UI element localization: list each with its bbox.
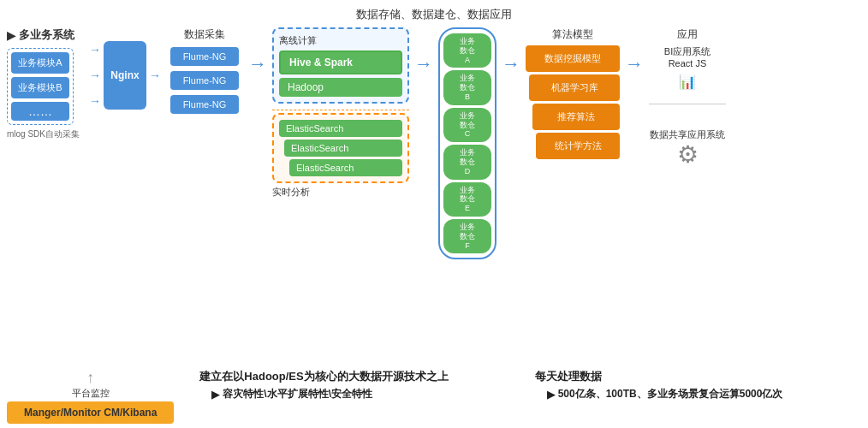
arrow-icon: ▶ — [7, 29, 15, 42]
col-warehouse: 业务数仓A 业务数仓B 业务数仓C 业务数仓D 业务数仓E 业务数仓F — [438, 27, 496, 259]
nginx-right-arrow: → — [149, 68, 161, 82]
hadoop-box: Hadoop — [279, 78, 402, 97]
algo-3: 推荐算法 — [532, 104, 620, 130]
app1-text: BI应用系统 React JS — [649, 45, 726, 70]
col-compute: 离线计算 Hive & Spark Hadoop ElasticSearch E… — [272, 27, 409, 202]
bottom-text-left: 建立在以Hadoop/ES为核心的大数据开源技术之上 ▶ 容灾特性\水平扩展特性… — [199, 369, 526, 401]
app2-text: 数据共享应用系统 — [649, 128, 726, 140]
bottom-sub-right: ▶ 500亿条、100TB、多业务场景复合运算5000亿次 — [535, 387, 861, 401]
wh-c: 业务数仓C — [443, 108, 491, 142]
warehouse-container: 业务数仓A 业务数仓B 业务数仓C 业务数仓D 业务数仓E 业务数仓F — [438, 27, 496, 259]
hive-spark-box: Hive & Spark — [279, 51, 402, 74]
offline-label: 离线计算 — [279, 34, 402, 47]
wh-a: 业务数仓A — [443, 33, 491, 68]
wh-b: 业务数仓B — [443, 70, 491, 104]
platform-label: 平台监控 — [72, 387, 110, 400]
mlog-label: mlog SDK自动采集 — [7, 128, 80, 140]
bar-chart-icon: 📊 — [679, 74, 696, 90]
realtime-label: 实时分析 — [272, 186, 409, 199]
es-box-3: ElasticSearch — [289, 159, 402, 176]
flume-1: Flume-NG — [170, 47, 239, 66]
up-arrow-icon: ↑ — [86, 369, 94, 387]
bottom-section: ↑ 平台监控 Manger/Monitor CM/Kibana 建立在以Hado… — [7, 369, 861, 424]
app-bottom: 数据共享应用系统 ⚙ — [649, 128, 726, 169]
bottom-text-right: 每天处理数据 ▶ 500亿条、100TB、多业务场景复合运算5000亿次 — [535, 369, 861, 401]
arrow3: → — [89, 94, 101, 108]
algo-label: 算法模型 — [526, 27, 620, 42]
collect-label: 数据采集 — [184, 27, 225, 42]
col-app: 应用 BI应用系统 React JS 📊 数据共享应用系统 ⚙ — [649, 27, 726, 169]
nginx-arrow-row: → → → Nginx → — [89, 41, 161, 110]
col-algo: 算法模型 数据挖掘模型 机器学习库 推荐算法 统计学方法 — [526, 27, 620, 162]
offline-section: 离线计算 Hive & Spark Hadoop — [272, 27, 409, 104]
app-icon-bar: 📊 — [649, 74, 726, 90]
platform-monitor: ↑ 平台监控 Manger/Monitor CM/Kibana — [7, 369, 174, 424]
col-collect: 数据采集 Flume-NG Flume-NG Flume-NG — [166, 27, 243, 114]
app-label: 应用 — [649, 27, 726, 42]
nginx-box: Nginx — [104, 41, 146, 110]
section-divider — [272, 110, 409, 110]
biz-module-b: 业务模块B — [11, 77, 69, 98]
biz-module-dots: …… — [11, 102, 69, 121]
arrow-warehouse-algo: → — [502, 53, 520, 75]
algo-stack: 数据挖掘模型 机器学习库 推荐算法 统计学方法 — [526, 45, 620, 162]
arrow1: → — [89, 43, 101, 56]
realtime-section: ElasticSearch ElasticSearch ElasticSearc… — [272, 113, 409, 183]
flume-3: Flume-NG — [170, 95, 239, 114]
nginx-section: → → → Nginx → — [89, 41, 161, 110]
es-box-2: ElasticSearch — [284, 140, 402, 157]
biz-border: 业务模块A 业务模块B …… — [7, 48, 74, 125]
flume-2: Flume-NG — [170, 71, 239, 90]
algo-2: 机器学习库 — [529, 74, 620, 101]
arrow-compute-warehouse: → — [414, 53, 433, 75]
biz-label: ▶ 多业务系统 — [7, 27, 74, 43]
app-divider — [649, 104, 726, 104]
bottom-sub-left: ▶ 容灾特性\水平扩展特性\安全特性 — [199, 387, 526, 401]
left-arrows: → → → — [89, 43, 101, 108]
algo-1: 数据挖掘模型 — [526, 45, 620, 72]
app-top: BI应用系统 React JS 📊 — [649, 45, 726, 90]
es-box-1: ElasticSearch — [279, 120, 402, 137]
arrow2: → — [89, 68, 101, 82]
algo-4: 统计学方法 — [536, 133, 620, 159]
wh-d: 业务数仓D — [443, 145, 491, 179]
wh-f: 业务数仓F — [443, 219, 491, 253]
biz-module-a: 业务模块A — [11, 52, 69, 74]
arrow-sub-icon: ▶ — [211, 389, 219, 401]
arrow-algo-app: → — [625, 53, 644, 75]
wh-e: 业务数仓E — [443, 182, 491, 217]
col-biz: ▶ 多业务系统 业务模块A 业务模块B …… mlog SDK自动采集 — [7, 27, 84, 140]
diagram-container: 数据存储、数据建仓、数据应用 ▶ 多业务系统 业务模块A 业务模块B …… ml… — [0, 0, 868, 428]
top-label: 数据存储、数据建仓、数据应用 — [356, 7, 512, 22]
main-row: ▶ 多业务系统 业务模块A 业务模块B …… mlog SDK自动采集 → → … — [7, 27, 861, 259]
arrow-sub-right-icon: ▶ — [547, 389, 555, 401]
flume-boxes: Flume-NG Flume-NG Flume-NG — [170, 47, 239, 114]
gear-icon: ⚙ — [649, 140, 726, 169]
arrow-collect-compute: → — [248, 53, 267, 75]
monitor-bar: Manger/Monitor CM/Kibana — [7, 401, 174, 424]
